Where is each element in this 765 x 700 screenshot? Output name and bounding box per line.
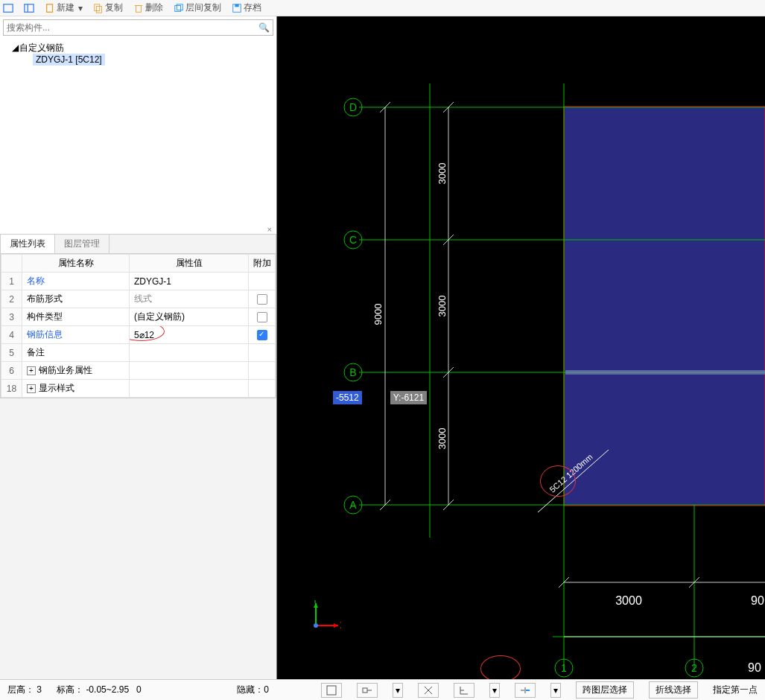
svg-text:3000: 3000 [437, 163, 448, 185]
left-panel: 🔍 ◢自定义钢筋 ZDYGJ-1 [5C12] × 属性列表 图层管理 属性名称… [0, 16, 277, 679]
coordinate-readout: -5512 Y:-6121 [333, 391, 427, 404]
svg-rect-9 [177, 4, 183, 10]
layer-copy-button[interactable]: 层间复制 [174, 1, 221, 14]
new-button[interactable]: 新建 ▾ [45, 1, 83, 14]
panel-toggle-icon[interactable] [24, 3, 34, 13]
status-floor: 层高： 3 [7, 684, 42, 696]
svg-text:3000: 3000 [437, 296, 448, 317]
svg-rect-3 [47, 4, 53, 12]
svg-rect-6 [136, 5, 142, 12]
window-view-icon[interactable] [3, 3, 13, 13]
svg-text:X: X [340, 620, 341, 631]
svg-marker-56 [334, 623, 338, 628]
svg-rect-11 [235, 4, 239, 7]
snap-perpendicular-icon[interactable] [454, 683, 474, 698]
svg-rect-62 [327, 686, 336, 695]
svg-text:C: C [349, 234, 357, 246]
snap-dropdown-icon[interactable]: ▾ [393, 683, 403, 698]
svg-rect-5 [97, 6, 102, 13]
snap-dropdown3-icon[interactable]: ▾ [550, 683, 561, 698]
component-tree[interactable]: ◢自定义钢筋 ZDYGJ-1 [5C12] [0, 39, 276, 225]
snap-intersection-icon[interactable] [418, 683, 439, 698]
expand-icon[interactable]: + [27, 384, 36, 393]
tab-properties[interactable]: 属性列表 [1, 235, 55, 253]
svg-text:90: 90 [751, 594, 764, 607]
svg-rect-63 [363, 688, 367, 693]
top-toolbar: 新建 ▾ 复制 删除 层间复制 存档 [0, 0, 765, 16]
svg-rect-0 [4, 4, 13, 12]
property-tabs: 属性列表 图层管理 [0, 234, 276, 253]
svg-rect-1 [25, 4, 34, 12]
search-input[interactable] [4, 20, 273, 35]
svg-text:B: B [349, 366, 356, 378]
snap-nearest-icon[interactable] [515, 683, 536, 698]
expand-icon[interactable]: + [27, 366, 36, 375]
status-elevation: 标高： -0.05~2.95 0 [57, 684, 142, 696]
property-grid[interactable]: 属性名称属性值附加 1名称ZDYGJ-1 2布筋形式线式 3构件类型(自定义钢筋… [0, 253, 276, 398]
search-input-wrap: 🔍 [3, 19, 273, 36]
snap-endpoint-icon[interactable] [321, 683, 342, 698]
chk-row3[interactable] [257, 312, 267, 322]
svg-text:2: 2 [691, 662, 697, 674]
ucs-icon: X Y [307, 600, 341, 634]
svg-text:9000: 9000 [372, 304, 384, 325]
svg-rect-4 [95, 4, 100, 10]
svg-text:1: 1 [561, 662, 567, 674]
cross-layer-select-button[interactable]: 跨图层选择 [576, 681, 634, 699]
tree-item[interactable]: ZDYGJ-1 [5C12] [3, 54, 273, 65]
snap-midpoint-icon[interactable] [357, 683, 378, 698]
svg-point-59 [314, 623, 318, 628]
copy-button[interactable]: 复制 [93, 1, 123, 14]
grid-head-name: 属性名称 [22, 255, 130, 273]
svg-text:A: A [349, 499, 357, 511]
svg-text:Y: Y [312, 600, 318, 605]
drawing-viewport[interactable]: 9000 3000 3000 3000 3000 90 90 D C B A [277, 16, 765, 679]
tab-layers[interactable]: 图层管理 [55, 235, 109, 253]
tree-root-node[interactable]: ◢自定义钢筋 [3, 42, 273, 54]
status-hint: 指定第一点 [713, 684, 758, 696]
panel-close-icon[interactable]: × [0, 225, 276, 234]
polyline-select-button[interactable]: 折线选择 [649, 681, 698, 699]
svg-text:D: D [349, 101, 357, 113]
chk-row4[interactable] [257, 330, 267, 340]
save-button[interactable]: 存档 [232, 1, 261, 14]
snap-dropdown2-icon[interactable]: ▾ [489, 683, 500, 698]
delete-button[interactable]: 删除 [133, 1, 163, 14]
svg-text:90: 90 [748, 661, 761, 674]
svg-rect-12 [564, 106, 765, 506]
svg-text:3000: 3000 [437, 428, 448, 450]
coord-y: Y:-6121 [390, 391, 427, 404]
grid-head-value: 属性值 [130, 255, 249, 273]
chk-row2[interactable] [257, 294, 267, 305]
grid-head-extra: 附加 [249, 255, 276, 273]
svg-text:3000: 3000 [615, 594, 642, 607]
status-hidden: 隐藏：0 [237, 684, 269, 696]
status-bar: 层高： 3 标高： -0.05~2.95 0 隐藏：0 ▾ ▾ ▾ 跨图层选择 … [0, 679, 765, 700]
coord-x: -5512 [333, 391, 362, 404]
svg-rect-8 [175, 5, 181, 11]
search-icon[interactable]: 🔍 [258, 22, 270, 33]
